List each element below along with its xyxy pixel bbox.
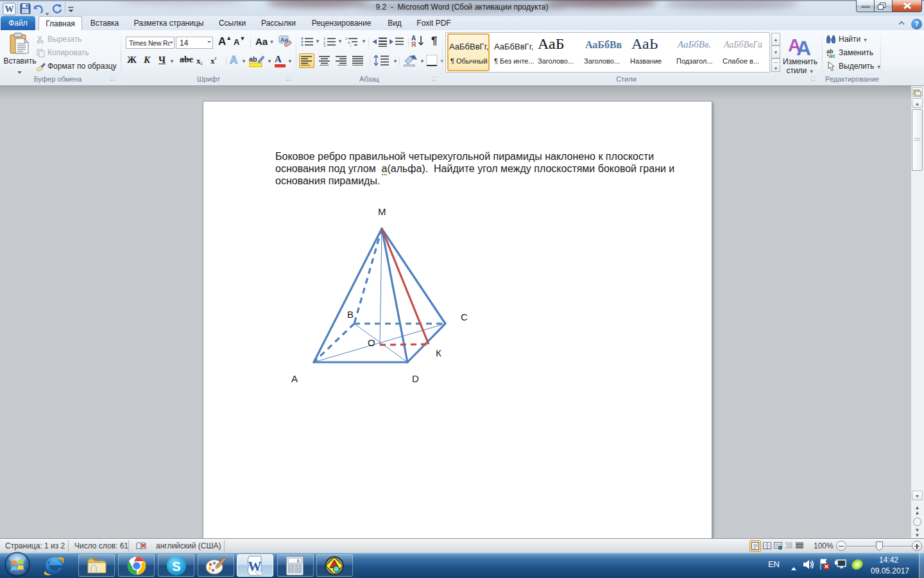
svg-text:В: В (347, 309, 354, 320)
svg-text:Я: Я (411, 41, 416, 48)
svg-text:W: W (248, 559, 262, 574)
svg-text:А: А (291, 373, 298, 384)
svg-text:С: С (461, 311, 468, 322)
svg-text:К: К (436, 347, 441, 358)
svg-text:A: A (796, 37, 811, 57)
svg-text:ab: ab (249, 55, 257, 63)
svg-text:W: W (5, 4, 14, 14)
svg-text:0: 0 (297, 559, 300, 564)
svg-text:i: i (350, 44, 351, 47)
svg-text:М: М (378, 206, 386, 217)
svg-text:D: D (412, 373, 419, 384)
svg-text:ac: ac (829, 53, 835, 58)
svg-text:S: S (172, 559, 180, 574)
svg-text:О: О (368, 337, 375, 348)
svg-text:3: 3 (323, 44, 326, 47)
